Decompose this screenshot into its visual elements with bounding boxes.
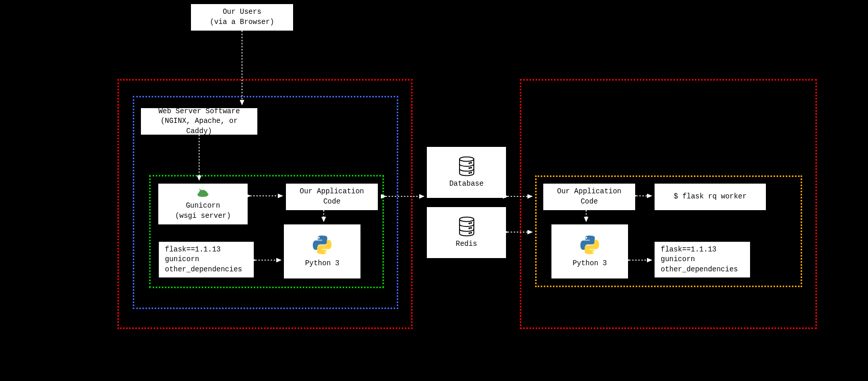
python-left-box: Python 3 [284,224,360,278]
gunicorn-line1: Gunicorn [186,201,220,211]
gunicorn-line2: (wsgi server) [175,211,231,221]
deps-right-line1: flask==1.1.13 [661,245,716,255]
svg-point-15 [469,233,470,234]
svg-point-9 [460,217,474,222]
appcode-left-text: Our Application Code [292,187,372,207]
deps-left-box: flask==1.1.13 gunicorn other_dependencie… [159,242,254,277]
appcode-right-text: Our Application Code [549,187,629,207]
svg-point-4 [470,167,471,168]
database-text: Database [449,179,484,189]
deps-right-line2: gunicorn [661,255,695,265]
svg-point-6 [469,163,470,164]
svg-point-12 [470,233,471,234]
redis-icon [456,216,477,237]
worker-cmd-box: $ flask rq worker [655,184,766,210]
deps-left-line1: flask==1.1.13 [165,245,221,255]
webserver-box: Web Server Software (NGINX, Apache, or C… [141,108,257,135]
unicorn-icon [196,187,210,199]
worker-cmd-text: $ flask rq worker [674,192,747,202]
gunicorn-box: Gunicorn (wsgi server) [158,184,248,224]
deps-left-line2: gunicorn [165,255,199,265]
deps-left-line3: other_dependencies [165,265,242,275]
svg-point-17 [592,251,594,252]
svg-point-2 [460,157,474,162]
redis-box: Redis [427,207,506,258]
svg-point-16 [586,237,587,239]
database-box: Database [427,147,506,198]
python-icon [311,234,333,256]
database-icon [456,156,477,177]
users-line1: Our Users [223,7,261,17]
python-left-text: Python 3 [305,259,339,269]
svg-point-0 [318,237,320,239]
appcode-right-box: Our Application Code [543,184,635,210]
svg-point-8 [469,172,470,173]
webserver-line1: Web Server Software [158,107,240,117]
python-right-text: Python 3 [572,259,607,269]
deps-right-box: flask==1.1.13 gunicorn other_dependencie… [655,242,750,277]
svg-point-14 [469,228,470,229]
svg-point-3 [470,162,471,163]
python-right-box: Python 3 [551,224,628,278]
deps-right-line3: other_dependencies [661,265,738,275]
svg-point-10 [470,222,471,223]
svg-point-7 [469,168,470,169]
users-box: Our Users (via a Browser) [191,4,293,31]
python-icon-right [579,234,600,256]
svg-point-1 [325,251,326,252]
svg-point-11 [470,227,471,228]
webserver-line2: (NGINX, Apache, or Caddy) [147,116,251,136]
appcode-left-box: Our Application Code [286,184,378,210]
redis-text: Redis [455,239,477,249]
svg-point-5 [470,172,471,173]
users-line2: (via a Browser) [210,17,274,28]
svg-point-13 [469,223,470,224]
